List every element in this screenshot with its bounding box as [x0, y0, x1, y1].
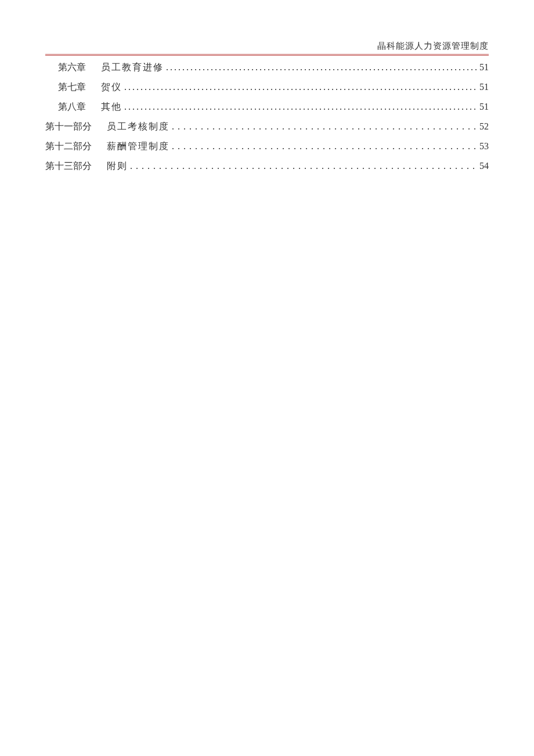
toc-label: 第十一部分: [45, 121, 92, 133]
toc-entry: 第十二部分 薪酬管理制度 53: [45, 141, 489, 153]
toc-page: 51: [479, 82, 489, 92]
toc-title: 员工教育进修: [101, 62, 164, 74]
document-page: 晶科能源人力资源管理制度 第六章 员工教育进修 51 第七章 贺仪 51 第八章…: [0, 0, 534, 225]
header-title: 晶科能源人力资源管理制度: [377, 41, 489, 51]
toc-entry: 第六章 员工教育进修 51: [45, 62, 489, 74]
toc-page: 53: [479, 141, 489, 152]
toc-entry: 第十三部分 附则 54: [45, 160, 489, 172]
toc-page: 51: [479, 102, 489, 112]
toc-title: 员工考核制度: [107, 121, 169, 133]
toc-label: 第十三部分: [45, 160, 92, 172]
toc-label: 第七章: [58, 81, 86, 93]
toc-dots: [166, 62, 477, 73]
toc-page: 54: [479, 161, 489, 171]
toc-page: 51: [479, 62, 489, 73]
header-divider-bottom: [45, 55, 489, 56]
toc-entry: 第十一部分 员工考核制度 52: [45, 121, 489, 133]
toc-dots: [172, 141, 477, 152]
toc-title: 其他: [101, 101, 122, 113]
toc-entry: 第八章 其他 51: [45, 101, 489, 113]
table-of-contents: 第六章 员工教育进修 51 第七章 贺仪 51 第八章 其他 51 第十一部分 …: [45, 62, 489, 172]
toc-page: 52: [479, 121, 489, 132]
toc-label: 第八章: [58, 101, 86, 113]
toc-title: 附则: [107, 160, 128, 172]
toc-entry: 第七章 贺仪 51: [45, 81, 489, 93]
toc-label: 第十二部分: [45, 141, 92, 153]
toc-title: 薪酬管理制度: [107, 141, 169, 153]
toc-dots: [130, 161, 477, 171]
toc-dots: [124, 82, 477, 92]
page-header: 晶科能源人力资源管理制度: [45, 41, 489, 54]
toc-dots: [172, 121, 477, 132]
header-divider-top: [45, 54, 489, 55]
toc-title: 贺仪: [101, 81, 122, 93]
toc-dots: [124, 102, 477, 112]
toc-label: 第六章: [58, 62, 86, 74]
